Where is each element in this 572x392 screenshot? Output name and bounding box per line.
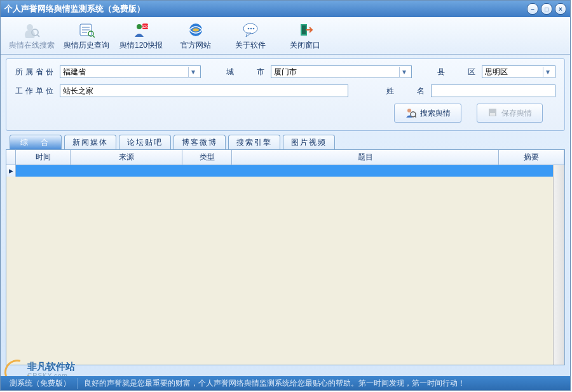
toolbar-label: 舆情在线搜索 (9, 40, 55, 51)
toolbar-close-window[interactable]: 关闭窗口 (278, 18, 332, 53)
toolbar-label: 舆情120快报 (119, 40, 163, 51)
chevron-down-icon: ▾ (543, 67, 552, 77)
col-title[interactable]: 题目 (232, 150, 499, 165)
svg-point-16 (248, 27, 250, 29)
toolbar-official-site[interactable]: 官方网站 (168, 18, 223, 53)
toolbar-history-query[interactable]: 舆情历史查询 (59, 18, 114, 53)
district-combo[interactable]: 思明区 ▾ (482, 65, 555, 78)
workunit-input[interactable] (60, 84, 348, 97)
tab-news[interactable]: 新闻媒体 (64, 135, 116, 149)
tab-blog[interactable]: 博客微博 (174, 135, 226, 149)
toolbar-label: 舆情历史查询 (64, 40, 109, 51)
search-form: 所属省份 福建省 ▾ 城 市 厦门市 ▾ 县 区 思明区 ▾ 工作单位 姓 名 (6, 58, 565, 131)
grid-corner (6, 150, 16, 165)
chevron-down-icon: ▾ (188, 67, 198, 77)
district-label: 县 区 (437, 67, 475, 78)
status-bar: 测系统（免费版） 良好的声誉就是您最重要的财富，个人声誉网络舆情监测系统给您最贴… (1, 376, 570, 390)
tab-media[interactable]: 图片视频 (283, 135, 335, 149)
tab-search[interactable]: 搜索引擎 (228, 135, 280, 149)
search-user-icon (23, 21, 41, 39)
svg-point-22 (411, 112, 416, 117)
exit-door-icon (296, 21, 314, 39)
maximize-button[interactable]: □ (541, 3, 552, 15)
toolbar-about[interactable]: 关于软件 (223, 18, 278, 53)
toolbar-label: 关闭窗口 (290, 40, 320, 51)
svg-point-17 (250, 27, 252, 29)
info-bubble-icon (242, 21, 259, 39)
grid-header: 时间 来源 类型 题目 摘要 (6, 150, 564, 165)
svg-rect-20 (302, 25, 306, 34)
search-button-label: 搜索舆情 (420, 108, 451, 119)
svg-line-3 (37, 34, 39, 37)
svg-point-0 (27, 24, 33, 30)
save-button-label: 保存舆情 (501, 108, 532, 119)
svg-rect-25 (490, 113, 495, 116)
svg-line-9 (93, 36, 95, 37)
window-title: 个人声誉网络舆情监测系统（免费版） (4, 3, 527, 15)
name-label: 姓 名 (386, 86, 425, 97)
grid-selected-row[interactable] (6, 165, 554, 177)
tab-forum[interactable]: 论坛贴吧 (119, 135, 171, 149)
col-type[interactable]: 类型 (182, 150, 232, 165)
col-time[interactable]: 时间 (16, 150, 71, 165)
svg-point-1 (25, 30, 35, 38)
col-summary[interactable]: 摘要 (499, 150, 564, 165)
toolbar-label: 官方网站 (180, 40, 211, 51)
svg-point-10 (137, 24, 142, 29)
tab-all[interactable]: 综 合 (10, 135, 62, 149)
status-seg2: 良好的声誉就是您最重要的财富，个人声誉网络舆情监测系统给您最贴心的帮助。第一时间… (78, 378, 472, 389)
search-person-icon (405, 107, 416, 120)
tab-strip: 综 合 新闻媒体 论坛贴吧 博客微博 搜索引擎 图片视频 (10, 135, 565, 149)
province-value: 福建省 (63, 67, 86, 78)
vertical-scrollbar[interactable] (553, 165, 564, 365)
row-indicator-icon: ▶ (6, 165, 16, 177)
save-button: 保存舆情 (477, 104, 543, 123)
district-value: 思明区 (485, 67, 508, 78)
svg-text:120: 120 (142, 25, 149, 29)
history-list-icon (78, 21, 95, 39)
user-alert-icon: 120 (132, 21, 150, 39)
svg-point-21 (407, 109, 411, 112)
close-button[interactable]: × (555, 3, 566, 15)
svg-line-23 (415, 116, 416, 118)
status-seg1: 测系统（免费版） (1, 378, 78, 389)
svg-point-14 (193, 28, 199, 31)
col-source[interactable]: 来源 (71, 150, 182, 165)
province-label: 所属省份 (15, 67, 53, 78)
minimize-button[interactable]: – (527, 3, 538, 15)
grid-body[interactable]: ▶ (6, 165, 564, 365)
search-button[interactable]: 搜索舆情 (394, 104, 461, 123)
city-combo[interactable]: 厦门市 ▾ (271, 65, 412, 78)
province-combo[interactable]: 福建省 ▾ (60, 65, 201, 78)
results-grid: 时间 来源 类型 题目 摘要 ▶ (6, 149, 565, 365)
toolbar-express-120[interactable]: 120 舆情120快报 (114, 18, 168, 53)
titlebar: 个人声誉网络舆情监测系统（免费版） – □ × (1, 1, 570, 17)
city-value: 厦门市 (274, 67, 297, 78)
toolbar-label: 关于软件 (235, 40, 266, 51)
toolbar: 舆情在线搜索 舆情历史查询 120 舆情120快报 官方网站 关于软件 (1, 17, 570, 55)
name-input[interactable] (431, 84, 555, 97)
workunit-label: 工作单位 (15, 86, 53, 97)
toolbar-online-search[interactable]: 舆情在线搜索 (4, 18, 59, 53)
city-label: 城 市 (226, 67, 264, 78)
ie-globe-icon (187, 21, 205, 39)
chevron-down-icon: ▾ (399, 67, 409, 77)
svg-point-18 (253, 27, 255, 29)
save-disk-icon (487, 107, 498, 119)
